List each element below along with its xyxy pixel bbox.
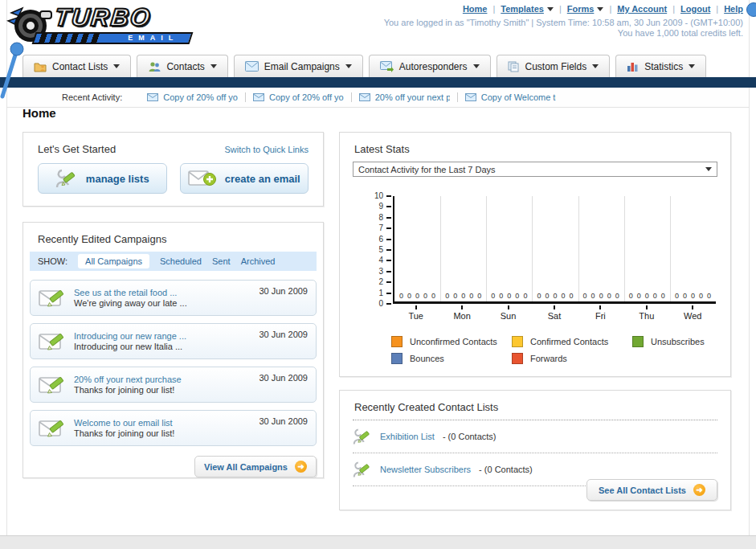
bar-value-label: 0 xyxy=(707,292,711,300)
filter-scheduled[interactable]: Scheduled xyxy=(160,256,202,266)
campaign-row[interactable]: Welcome to our email listThanks for join… xyxy=(30,410,317,446)
y-tick-label: 3 xyxy=(378,267,383,276)
recent-activity-item[interactable]: Copy of 20% off yo xyxy=(140,92,246,102)
filter-archived[interactable]: Archived xyxy=(241,256,276,266)
x-tick-mark xyxy=(692,305,693,309)
campaign-title-link: Introducing our new range ... xyxy=(74,331,186,341)
bar-value-label: 0 xyxy=(537,292,541,300)
bar-value-label: 0 xyxy=(645,292,649,300)
legend-label: Forwards xyxy=(530,354,567,363)
logo-email-bar: EMAIL xyxy=(32,32,194,44)
filter-sent[interactable]: Sent xyxy=(212,256,231,266)
top-link-home[interactable]: Home xyxy=(463,4,488,14)
bar-value-label: 0 xyxy=(583,292,587,300)
legend-item: Bounces xyxy=(391,353,512,364)
bar-value-labels: 00000 xyxy=(578,292,624,300)
contact-list-link: Newsletter Subscribers xyxy=(380,465,471,474)
bar-value-label: 0 xyxy=(445,292,449,300)
see-all-contact-lists-button[interactable]: See All Contact Lists ➜ xyxy=(586,479,717,501)
bar-value-label: 0 xyxy=(399,292,403,300)
top-link-logout[interactable]: Logout xyxy=(680,4,710,14)
chart-y-axis: 012345678910 xyxy=(351,196,391,304)
x-tick-label: Mon xyxy=(439,305,484,323)
y-tick-mark xyxy=(386,260,391,261)
top-link-forms[interactable]: Forms xyxy=(567,4,604,14)
y-tick-mark xyxy=(386,281,391,283)
top-link-my-account[interactable]: My Account xyxy=(617,4,667,14)
contact-lists-title: Recently Created Contact Lists xyxy=(340,391,730,420)
tab-email-campaigns[interactable]: Email Campaigns xyxy=(234,55,363,77)
campaigns-panel: Recently Edited Campaigns SHOW: All Camp… xyxy=(22,222,324,478)
filter-all-campaigns[interactable]: All Campaigns xyxy=(78,254,149,268)
create-email-button[interactable]: create an email xyxy=(180,163,309,194)
tab-contact-lists[interactable]: Contact Lists xyxy=(22,55,131,77)
y-tick-mark xyxy=(386,239,391,240)
y-tick-mark xyxy=(386,271,391,272)
y-tick-label: 6 xyxy=(378,235,383,244)
legend-item: Forwards xyxy=(512,353,632,364)
y-tick-label: 2 xyxy=(378,277,383,286)
campaign-row[interactable]: 20% off your next purchaseThanks for joi… xyxy=(30,367,317,403)
contact-list-link: Exhibition List xyxy=(380,432,435,441)
tab-contacts[interactable]: Contacts xyxy=(137,55,227,77)
folder-icon xyxy=(34,61,47,72)
legend-label: Bounces xyxy=(410,354,444,363)
latest-stats-panel: Latest Stats Contact Activity for the La… xyxy=(339,132,731,377)
bar-value-label: 0 xyxy=(415,292,419,300)
bar-value-label: 0 xyxy=(545,292,549,300)
bar-value-label: 0 xyxy=(570,292,574,300)
legend-swatch xyxy=(512,336,523,347)
tab-statistics[interactable]: Statistics xyxy=(615,55,706,77)
chevron-down-icon xyxy=(689,64,695,68)
envelope-icon xyxy=(147,93,158,101)
x-tick-mark xyxy=(646,305,648,309)
campaign-date: 30 Jun 2009 xyxy=(259,367,308,383)
chevron-down-icon xyxy=(473,64,480,68)
tab-autoresponders[interactable]: Autoresponders xyxy=(369,55,491,77)
manage-lists-button[interactable]: manage lists xyxy=(38,163,167,194)
person-pencil-icon xyxy=(353,459,372,480)
campaign-row[interactable]: See us at the retail food ...We're givin… xyxy=(30,280,317,316)
bar-value-label: 0 xyxy=(553,292,557,300)
recent-activity-item[interactable]: Copy of 20% off yo xyxy=(246,92,352,102)
legend-swatch xyxy=(391,336,403,347)
y-tick-mark xyxy=(386,293,391,294)
x-tick-mark xyxy=(415,305,417,309)
top-link-templates[interactable]: Templates xyxy=(501,4,554,14)
chart-group: 00000 xyxy=(486,196,532,301)
x-tick-label: Thu xyxy=(623,305,669,323)
legend-item: Unsubscribes xyxy=(632,336,753,347)
envelope-icon xyxy=(245,61,259,72)
recent-activity-item[interactable]: Copy of Welcome to xyxy=(458,92,563,102)
arrow-right-icon: ➜ xyxy=(295,461,307,473)
contact-list-row[interactable]: Exhibition List - (0 Contacts) xyxy=(353,420,717,453)
bar-value-label: 0 xyxy=(562,292,566,300)
top-nav-links: Home| Templates| Forms| My Account| Logo… xyxy=(463,4,743,14)
recent-activity-item[interactable]: 20% off your next p xyxy=(352,92,458,102)
campaigns-title: Recently Edited Campaigns xyxy=(23,223,323,252)
bar-value-labels: 00000 xyxy=(440,292,486,300)
campaign-row[interactable]: Introducing our new range ...Introducing… xyxy=(30,323,317,359)
page-title: Home xyxy=(22,106,56,120)
view-all-campaigns-button[interactable]: View All Campaigns ➜ xyxy=(194,456,317,477)
chevron-down-icon xyxy=(113,64,120,68)
switch-quick-links-link[interactable]: Switch to Quick Links xyxy=(224,145,309,154)
bar-value-label: 0 xyxy=(499,292,503,300)
stats-report-select[interactable]: Contact Activity for the Last 7 Days xyxy=(353,162,717,177)
contact-list-count: - (0 Contacts) xyxy=(443,432,497,441)
top-link-help[interactable]: Help xyxy=(724,4,743,14)
latest-stats-title: Latest Stats xyxy=(340,133,730,162)
bar-value-labels: 00000 xyxy=(670,292,716,300)
campaign-title-link: Welcome to our email list xyxy=(74,418,174,428)
x-tick-label: Wed xyxy=(670,305,716,323)
bar-value-label: 0 xyxy=(629,292,633,300)
chart-groups: 00000000000000000000000000000000000 xyxy=(394,196,716,301)
bar-value-label: 0 xyxy=(523,292,527,300)
bar-value-label: 0 xyxy=(453,292,457,300)
campaign-subtitle: Thanks for joining our list! xyxy=(74,385,182,395)
y-tick-label: 5 xyxy=(378,245,383,254)
legend-item: Confirmed Contacts xyxy=(512,336,632,347)
tab-custom-fields[interactable]: Custom Fields xyxy=(497,55,611,77)
chart-group: 00000 xyxy=(532,196,578,301)
envelope-pencil-icon xyxy=(39,375,66,395)
